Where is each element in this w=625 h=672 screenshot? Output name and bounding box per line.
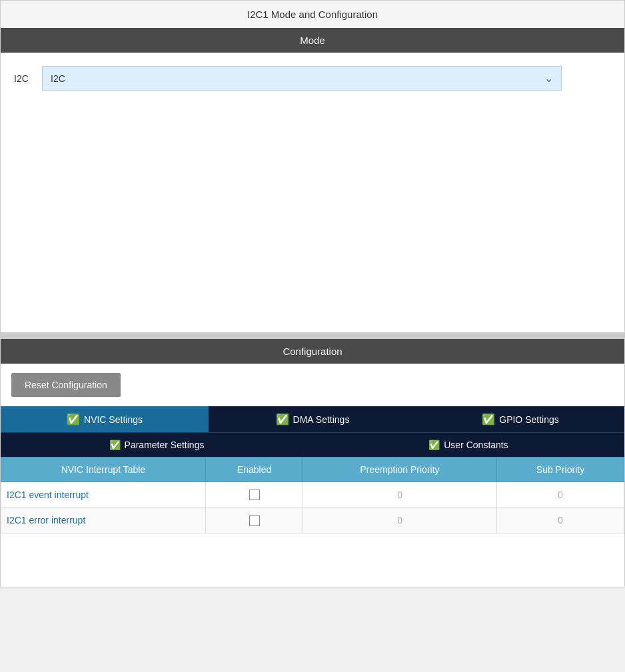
mode-section-body: I2C I2C ⌄: [1, 53, 624, 332]
divider: [1, 332, 624, 339]
table-row: I2C1 error interrupt 0 0: [1, 507, 624, 533]
col-header-interrupt: NVIC Interrupt Table: [1, 458, 206, 482]
checkbox-icon-2[interactable]: [249, 515, 260, 526]
check-icon-gpio: ✅: [482, 413, 495, 426]
nvic-table: NVIC Interrupt Table Enabled Preemption …: [1, 457, 624, 533]
tab-param-label: Parameter Settings: [125, 440, 205, 450]
check-icon-user: ✅: [428, 440, 440, 450]
config-section: Configuration Reset Configuration ✅ NVIC…: [1, 339, 624, 587]
sub-priority-1: 0: [496, 482, 624, 507]
reset-configuration-button[interactable]: Reset Configuration: [11, 373, 121, 397]
checkbox-icon-1[interactable]: [249, 490, 260, 500]
config-section-header: Configuration: [1, 339, 624, 364]
tabs-row-2: ✅ Parameter Settings ✅ User Constants: [1, 432, 624, 457]
main-container: I2C1 Mode and Configuration Mode I2C I2C…: [0, 0, 625, 587]
tab-dma-settings[interactable]: ✅ DMA Settings: [209, 406, 416, 432]
check-icon-dma: ✅: [276, 413, 289, 426]
tab-dma-label: DMA Settings: [293, 414, 350, 425]
col-header-preemption: Preemption Priority: [303, 458, 497, 482]
i2c-select[interactable]: I2C ⌄: [42, 66, 562, 91]
preemption-priority-2: 0: [303, 507, 497, 533]
mode-section-header: Mode: [1, 28, 624, 53]
i2c-label: I2C: [14, 73, 34, 84]
tab-parameter-settings[interactable]: ✅ Parameter Settings: [1, 433, 312, 457]
i2c-select-value: I2C: [51, 73, 65, 84]
col-header-enabled: Enabled: [205, 458, 303, 482]
tab-user-constants[interactable]: ✅ User Constants: [312, 433, 624, 457]
check-icon-param: ✅: [109, 440, 121, 450]
reset-btn-container: Reset Configuration: [1, 364, 624, 406]
enabled-checkbox-1[interactable]: [205, 482, 303, 507]
enabled-checkbox-2[interactable]: [205, 507, 303, 533]
tab-nvic-settings[interactable]: ✅ NVIC Settings: [1, 406, 209, 432]
tab-user-label: User Constants: [444, 440, 508, 450]
mode-row: I2C I2C ⌄: [14, 66, 611, 91]
tab-nvic-label: NVIC Settings: [84, 414, 143, 425]
page-title: I2C1 Mode and Configuration: [1, 1, 624, 28]
tab-gpio-label: GPIO Settings: [499, 414, 558, 425]
chevron-down-icon: ⌄: [544, 72, 553, 85]
col-header-subpriority: Sub Priority: [496, 458, 624, 482]
table-header-row: NVIC Interrupt Table Enabled Preemption …: [1, 458, 624, 482]
tab-gpio-settings[interactable]: ✅ GPIO Settings: [416, 406, 624, 432]
tabs-row-1: ✅ NVIC Settings ✅ DMA Settings ✅ GPIO Se…: [1, 406, 624, 432]
interrupt-name-1: I2C1 event interrupt: [1, 482, 206, 507]
preemption-priority-1: 0: [303, 482, 497, 507]
bottom-padding: [1, 533, 624, 587]
check-icon-nvic: ✅: [67, 413, 80, 426]
sub-priority-2: 0: [496, 507, 624, 533]
table-row: I2C1 event interrupt 0 0: [1, 482, 624, 507]
interrupt-name-2: I2C1 error interrupt: [1, 507, 206, 533]
